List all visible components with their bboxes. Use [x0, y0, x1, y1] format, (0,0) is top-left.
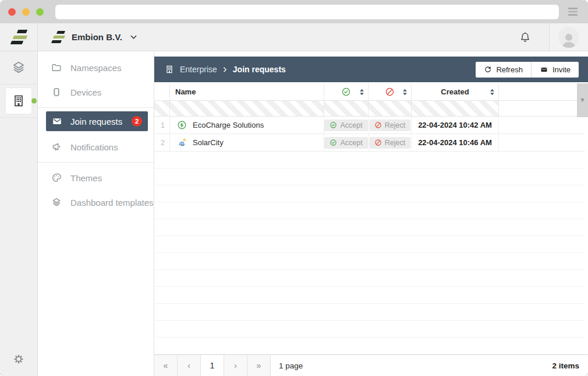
app-rail: [0, 23, 38, 376]
notifications-bell-button[interactable]: [501, 30, 549, 44]
sidebar-item-notifications[interactable]: Notifications: [38, 135, 154, 159]
user-menu-button[interactable]: [549, 23, 588, 51]
chevron-down-icon: [130, 35, 137, 40]
browser-menu-icon[interactable]: [566, 5, 580, 19]
palette-icon: [51, 173, 62, 183]
items-count-label: 2 items: [552, 355, 579, 376]
gear-icon: [12, 353, 25, 366]
current-page-button[interactable]: 1: [201, 355, 224, 376]
building-icon: [165, 65, 174, 74]
embion-logo-icon: [11, 29, 27, 45]
empty-row: [154, 168, 585, 185]
column-filter-toggle[interactable]: [577, 83, 588, 117]
empty-row: [154, 219, 585, 236]
row-number: 1: [154, 117, 170, 133]
invite-button[interactable]: Invite: [531, 62, 579, 78]
sidebar-item-label: Devices: [70, 87, 101, 97]
empty-row: [154, 236, 585, 253]
entity-name: SolarCity: [193, 138, 224, 147]
accept-cell: Accept: [324, 117, 369, 133]
header-name[interactable]: Name: [170, 83, 324, 100]
settings-button[interactable]: [0, 342, 37, 376]
app-window: Embion B.V.: [0, 0, 588, 376]
first-page-button[interactable]: «: [154, 355, 178, 376]
header-reject[interactable]: [369, 83, 412, 100]
table-row[interactable]: 2 SolarCity: [154, 134, 585, 152]
row-number: 2: [154, 134, 170, 151]
breadcrumb: Enterprise Join requests Refresh: [154, 57, 588, 82]
sidebar-item-label: Namespaces: [70, 63, 122, 73]
sidebar-divider: [38, 107, 154, 108]
bell-icon: [519, 30, 532, 44]
rail-item-namespaces[interactable]: [0, 51, 37, 85]
reject-button[interactable]: Reject: [369, 137, 410, 149]
toolbar-actions: Refresh Invite: [476, 62, 579, 78]
sidebar: Namespaces Devices Join requests: [38, 51, 154, 376]
breadcrumb-current: Join requests: [233, 65, 286, 74]
rail-active-card[interactable]: [6, 88, 31, 114]
rail-item-enterprise[interactable]: [0, 85, 37, 118]
empty-row: [154, 185, 585, 202]
layers-icon: [51, 197, 62, 208]
empty-row: [154, 152, 585, 168]
empty-row: [154, 321, 585, 338]
name-cell: EcoCharge Solutions: [170, 117, 324, 133]
sort-icon[interactable]: [359, 88, 364, 96]
empty-row: [154, 202, 585, 219]
reject-button[interactable]: Reject: [369, 120, 410, 131]
ban-circle-icon: [374, 121, 382, 129]
header-actions: [499, 83, 585, 100]
window-controls: [8, 8, 44, 16]
accept-button[interactable]: Accept: [324, 137, 367, 149]
accept-button[interactable]: Accept: [324, 120, 367, 131]
join-requests-badge: 2: [132, 116, 142, 126]
sidebar-item-dashboard-templates[interactable]: Dashboard templates: [38, 190, 154, 215]
empty-row: [154, 304, 585, 321]
sidebar-item-devices[interactable]: Devices: [38, 80, 154, 104]
close-window-button[interactable]: [8, 8, 16, 16]
maximize-window-button[interactable]: [36, 8, 44, 16]
entity-name: EcoCharge Solutions: [193, 121, 264, 129]
main-content: Enterprise Join requests Refresh: [154, 51, 588, 376]
table-row[interactable]: 1 EcoCharge Solutions: [154, 117, 585, 134]
reject-cell: Reject: [369, 134, 412, 151]
chevron-right-icon: [222, 66, 228, 73]
org-switcher[interactable]: Embion B.V.: [38, 30, 154, 44]
created-cell: 22-04-2024 10:46 AM: [412, 134, 499, 151]
ban-circle-icon: [385, 87, 395, 97]
check-circle-icon: [330, 139, 337, 146]
ecocharge-logo-icon: [177, 120, 187, 130]
sort-icon[interactable]: [402, 88, 408, 96]
created-cell: 22-04-2024 10:42 AM: [412, 117, 499, 133]
last-page-button[interactable]: »: [247, 355, 271, 376]
chip-icon: [51, 87, 62, 97]
active-indicator-dot: [31, 99, 37, 104]
app-header: Embion B.V.: [38, 23, 588, 51]
folder-icon: [51, 62, 62, 73]
building-icon: [12, 94, 26, 108]
prev-page-button[interactable]: ‹: [178, 355, 201, 376]
minimize-window-button[interactable]: [22, 8, 30, 16]
filter-cell: [324, 101, 369, 116]
name-cell: SolarCity: [170, 134, 324, 151]
sidebar-item-namespaces[interactable]: Namespaces: [38, 55, 154, 80]
sidebar-item-join-requests[interactable]: Join requests 2: [46, 111, 148, 131]
sidebar-item-label: Dashboard templates: [70, 198, 154, 208]
filter-cell: [412, 101, 499, 116]
sort-icon[interactable]: [490, 88, 495, 96]
breadcrumb-root[interactable]: Enterprise: [180, 65, 217, 74]
megaphone-icon: [51, 142, 62, 152]
invite-label: Invite: [552, 65, 571, 74]
filter-cell: [369, 101, 412, 116]
sidebar-item-themes[interactable]: Themes: [38, 166, 154, 190]
header-created[interactable]: Created: [412, 83, 499, 100]
next-page-button[interactable]: ›: [224, 355, 247, 376]
avatar: [558, 27, 579, 48]
empty-row: [154, 270, 585, 287]
url-bar[interactable]: [55, 5, 559, 19]
org-name: Embion B.V.: [72, 32, 122, 42]
header-accept[interactable]: [324, 83, 369, 100]
rail-logo[interactable]: [0, 23, 37, 51]
accept-cell: Accept: [324, 134, 369, 151]
refresh-button[interactable]: Refresh: [476, 62, 531, 78]
